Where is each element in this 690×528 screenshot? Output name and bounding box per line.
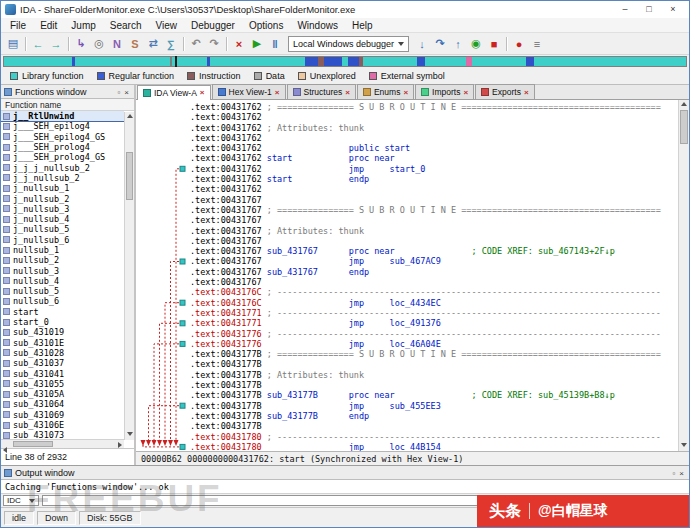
disasm-line[interactable]: .text:00431762 (190, 112, 678, 122)
disasm-line[interactable]: .text:00431776 ; -----------------------… (190, 329, 678, 339)
disasm-line[interactable]: .text:00431762 ; Attributes: thunk (190, 123, 678, 133)
disasm-line[interactable]: .text:00431771 jmp loc_491376 (190, 318, 678, 328)
disasm-line[interactable]: .text:00431762 (190, 133, 678, 143)
function-list-item[interactable]: sub_431019 (1, 327, 124, 337)
function-list-item[interactable]: j__RtlUnwind (1, 111, 124, 121)
names-window-button-icon[interactable]: N (108, 35, 126, 53)
function-list-item[interactable]: j___SEH_prolog4_GS (1, 152, 124, 162)
tab-ida-view-a[interactable]: IDA View-A× (137, 85, 211, 100)
redo-button-icon[interactable]: ↷ (205, 35, 223, 53)
functions-vertical-scrollbar[interactable] (124, 112, 134, 440)
menu-item-options[interactable]: Options (242, 18, 290, 33)
function-list-item[interactable]: j_nullsub_6 (1, 235, 124, 245)
function-list-item[interactable]: start_0 (1, 317, 124, 327)
tab-structures[interactable]: Structures× (287, 84, 356, 99)
disasm-line[interactable]: .text:00431767 (190, 236, 678, 246)
step-over-button-icon[interactable]: ↷ (431, 35, 449, 53)
function-list-item[interactable]: nullsub_6 (1, 296, 124, 306)
close-tab-icon[interactable]: × (403, 88, 408, 97)
function-list-item[interactable]: j___SEH_epilog4 (1, 121, 124, 131)
close-tab-icon[interactable]: × (463, 88, 468, 97)
close-tab-icon[interactable]: × (275, 88, 280, 97)
disasm-line[interactable]: .text:00431771 ; -----------------------… (190, 308, 678, 318)
menu-item-jump[interactable]: Jump (64, 18, 102, 33)
disasm-line[interactable]: .text:0043176C ; -----------------------… (190, 287, 678, 297)
disasm-line[interactable]: .text:00431762 (190, 184, 678, 194)
tab-enums[interactable]: Enums× (357, 84, 414, 99)
step-into-button-icon[interactable]: ↓ (413, 35, 431, 53)
scroll-up-icon[interactable] (681, 102, 687, 106)
panel-close-button[interactable]: × (677, 469, 686, 478)
close-tab-icon[interactable]: × (345, 88, 350, 97)
jump-address-button-icon[interactable]: ↳ (72, 35, 90, 53)
scrollbar-thumb[interactable] (13, 441, 53, 447)
tab-imports[interactable]: Imports× (415, 84, 474, 99)
function-list-item[interactable]: j_j_nullsub_2 (1, 173, 124, 183)
disasm-line[interactable]: .text:00431767 sub_431767 proc near ; CO… (190, 246, 678, 256)
disasm-line[interactable]: .text:00431767 jmp sub_467AC9 (190, 256, 678, 266)
function-list-item[interactable]: sub_431055 (1, 379, 124, 389)
function-list-item[interactable]: start (1, 307, 124, 317)
disasm-line[interactable]: .text:00431767 (190, 277, 678, 287)
scroll-down-icon[interactable] (127, 432, 133, 436)
menu-item-edit[interactable]: Edit (33, 18, 64, 33)
scroll-right-icon[interactable] (118, 442, 122, 448)
search-button-icon[interactable]: ◎ (90, 35, 108, 53)
function-list-item[interactable]: sub_431037 (1, 358, 124, 368)
run-button-icon[interactable]: ▶ (248, 35, 266, 53)
disasm-line[interactable]: .text:00431767 (190, 195, 678, 205)
panel-close-button[interactable]: × (122, 88, 131, 97)
disasm-line[interactable]: .text:00431780 jmp loc_44B154 (190, 442, 678, 451)
scroll-down-icon[interactable] (681, 443, 687, 447)
minimize-button[interactable]: – (613, 2, 637, 17)
function-list-item[interactable]: sub_431028 (1, 348, 124, 358)
function-list-item[interactable]: sub_43105A (1, 389, 124, 399)
xrefs-button-icon[interactable]: ⇄ (144, 35, 162, 53)
navigation-band[interactable] (3, 56, 687, 67)
disasm-line[interactable]: .text:00431762 start proc near (190, 153, 678, 163)
disasm-line[interactable]: .text:00431762 jmp start_0 (190, 164, 678, 174)
function-list-item[interactable]: nullsub_4 (1, 276, 124, 286)
stop-process-button-icon[interactable]: ■ (485, 35, 503, 53)
nav-forward-button-icon[interactable]: → (47, 35, 65, 53)
close-tab-icon[interactable]: × (200, 88, 205, 97)
function-list-item[interactable]: j___SEH_prolog4 (1, 142, 124, 152)
function-list-item[interactable]: sub_431069 (1, 410, 124, 420)
disasm-line[interactable]: .text:0043177B (190, 380, 678, 390)
scrollbar-thumb[interactable] (126, 152, 133, 200)
tab-hex-view-1[interactable]: Hex View-1× (212, 84, 286, 99)
menu-item-windows[interactable]: Windows (290, 18, 345, 33)
function-list-item[interactable]: sub_431073 (1, 430, 124, 439)
disasm-line[interactable]: .text:00431762 public start (190, 143, 678, 153)
disasm-line[interactable]: .text:00431767 sub_431767 endp (190, 267, 678, 277)
nav-back-button-icon[interactable]: ← (29, 35, 47, 53)
function-list-item[interactable]: nullsub_5 (1, 286, 124, 296)
output-panel-titlebar[interactable]: Output window ▫× (1, 466, 689, 480)
function-list-item[interactable]: sub_43106E (1, 420, 124, 430)
cli-language-select[interactable]: IDC (3, 495, 39, 506)
disasm-line[interactable]: .text:0043176C jmp loc_4434EC (190, 298, 678, 308)
function-list-item[interactable]: sub_431064 (1, 399, 124, 409)
functions-panel-titlebar[interactable]: Functions window ▫× (1, 85, 134, 99)
function-list-item[interactable]: j_nullsub_4 (1, 214, 124, 224)
pause-button-icon[interactable]: ‖ (266, 35, 284, 53)
save-button-icon[interactable]: ▤ (4, 35, 22, 53)
function-list-item[interactable]: nullsub_3 (1, 265, 124, 275)
function-list-item[interactable]: j___SEH_epilog4_GS (1, 132, 124, 142)
maximize-button[interactable]: □ (637, 2, 661, 17)
close-tab-icon[interactable]: × (524, 88, 529, 97)
disasm-line[interactable]: .text:0043177B sub_43177B proc near ; CO… (190, 390, 678, 400)
menu-item-file[interactable]: File (3, 18, 33, 33)
watch-list-button-icon[interactable]: ≡ (528, 35, 546, 53)
output-log[interactable]: Caching 'Functions window'... ok (1, 480, 689, 493)
menu-item-help[interactable]: Help (345, 18, 380, 33)
tab-exports[interactable]: Exports× (475, 84, 535, 99)
scroll-left-icon[interactable] (3, 447, 7, 453)
scroll-up-icon[interactable] (127, 114, 133, 118)
calculator-button-icon[interactable]: ∑ (162, 35, 180, 53)
attach-process-button-icon[interactable]: ◉ (467, 35, 485, 53)
run-until-return-button-icon[interactable]: ↑ (449, 35, 467, 53)
debugger-select[interactable]: Local Windows debugger (288, 36, 409, 52)
disasm-line[interactable]: .text:00431767 (190, 215, 678, 225)
disasm-line[interactable]: .text:0043177B ; =============== S U B R… (190, 349, 678, 359)
